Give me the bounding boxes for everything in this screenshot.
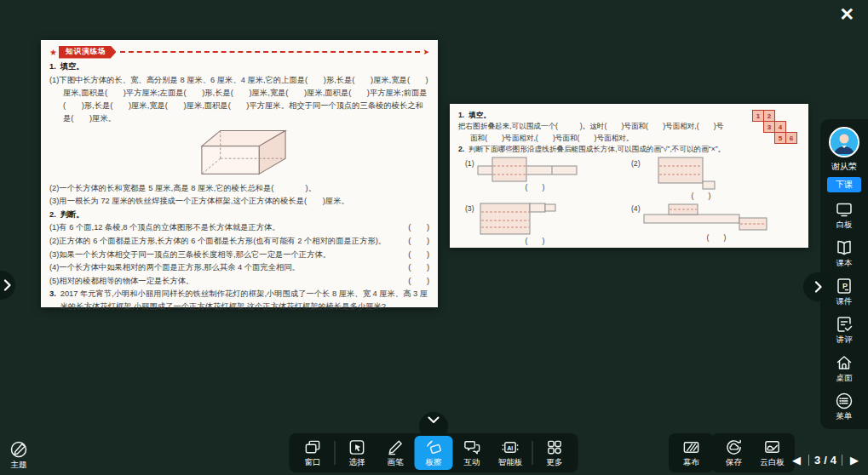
figure-label: (1) xyxy=(465,158,474,169)
face-number: 6 xyxy=(785,132,797,144)
answer-bracket: ( ) xyxy=(408,235,429,248)
banner-dash-line xyxy=(120,51,420,53)
question-text: 2017 年元宵节,小明和小丽用同样长的铁丝制作花灯的框架,小明围成了一个长 8… xyxy=(60,288,429,313)
expand-left-panel-handle[interactable] xyxy=(0,271,15,300)
pen-icon xyxy=(387,438,405,456)
question-number: 1. xyxy=(49,60,56,73)
user-name: 谢从荣 xyxy=(831,161,857,173)
net-figure-icon xyxy=(477,202,571,236)
question-3: 3. 2017 年元宵节,小明和小丽用同样长的铁丝制作花灯的框架,小明围成了一个… xyxy=(49,288,429,313)
tool-select[interactable]: 选择 xyxy=(338,436,377,470)
judge-text: (1)有 6 个面,12 条棱,8 个顶点的立体图形不是长方体就是正方体。 xyxy=(49,221,408,234)
end-class-button[interactable]: 下课 xyxy=(827,177,861,192)
tool-window[interactable]: 窗口 xyxy=(294,436,332,470)
cloud-whiteboard-icon xyxy=(763,438,781,456)
worksheet-left-panel[interactable]: ★ 知识演练场 ➤ 1. 填空。 (1)下图中长方体的长、宽、高分别是 8 厘米… xyxy=(41,40,438,307)
more-icon xyxy=(546,438,564,456)
sidebar-item-desktop[interactable]: 桌面 xyxy=(835,353,854,384)
bottom-toolbar: 窗口 选择 画笔 板擦 互动 AI 智能板 xyxy=(290,433,578,472)
worksheet-right-content: 1. 填空。 把右图折叠起来,可以围成一个( )。这时( )号面和( )号面相对… xyxy=(458,110,800,248)
net-figure-icon xyxy=(643,157,737,191)
avatar[interactable] xyxy=(829,127,859,157)
figure-label: (3) xyxy=(465,203,474,215)
desktop-icon xyxy=(835,353,854,372)
collapse-sidebar-handle[interactable] xyxy=(803,272,832,301)
sidebar-item-label: 桌面 xyxy=(836,373,853,384)
prev-page-button[interactable]: ◀ xyxy=(788,454,805,466)
fold-figures-grid: (1) ( ) (2) xyxy=(465,157,800,248)
figure-label: (4) xyxy=(631,203,641,215)
current-page: 3 xyxy=(813,454,822,466)
sidebar-item-label: 菜单 xyxy=(836,411,853,422)
question-title: 填空。 xyxy=(60,60,84,73)
tool-smartboard[interactable]: AI 智能板 xyxy=(491,436,530,470)
question-1-1: (1)下图中长方体的长、宽、高分别是 8 厘米、6 厘米、4 厘米,它的上面是(… xyxy=(49,74,429,125)
sidebar-item-label: 白板 xyxy=(836,220,853,231)
right-sidebar: 谢从荣 下课 白板 课本 P 课件 讲评 xyxy=(820,119,868,429)
question-title: 填空。 xyxy=(468,110,491,121)
tool-label: 主题 xyxy=(11,460,27,471)
save-cloud-icon xyxy=(725,438,743,456)
banner-title: 知识演练场 xyxy=(59,46,117,59)
sidebar-item-whiteboard[interactable]: 白板 xyxy=(835,200,854,231)
judge-item: (4)一个长方体中如果相对的两个面是正方形,那么其余 4 个面完全相同。 ( ) xyxy=(49,261,429,274)
next-page-button[interactable]: ▶ xyxy=(846,454,863,466)
tool-eraser[interactable]: 板擦 xyxy=(415,436,453,470)
toolbar-divider xyxy=(532,441,533,465)
tool-label: 更多 xyxy=(547,457,563,468)
question-1-heading: 1. 填空。 xyxy=(458,110,800,121)
question-text: 判断下面哪些图形沿虚线折叠后能围成长方体,可以围成的画“√”,不可以的画“×”。 xyxy=(468,144,725,155)
tool-curtain[interactable]: 幕布 xyxy=(672,436,710,470)
answer-bracket: ( ) xyxy=(650,191,752,202)
judge-text: (4)一个长方体中如果相对的两个面是正方形,那么其余 4 个面完全相同。 xyxy=(49,261,408,274)
tool-cloud-whiteboard[interactable]: 云白板 xyxy=(753,436,791,470)
answer-bracket: ( ) xyxy=(665,232,767,243)
sidebar-item-label: 讲评 xyxy=(836,335,853,346)
smartboard-ai-icon: AI xyxy=(502,438,520,456)
select-icon xyxy=(348,438,366,456)
question-title: 判断。 xyxy=(60,209,84,221)
sidebar-item-menu[interactable]: 菜单 xyxy=(835,392,854,422)
fold-figure-4: (4) ( ) xyxy=(631,202,797,247)
worksheet-right-panel[interactable]: 1 2 3 4 5 6 1. 填空。 把右图折叠起来,可以围成一个( )。这时(… xyxy=(450,104,808,248)
chevron-right-icon xyxy=(814,281,822,293)
face-number: 1 xyxy=(752,110,764,122)
face-number: 4 xyxy=(774,121,786,133)
answer-bracket: ( ) xyxy=(408,261,429,274)
face-number: 5 xyxy=(774,132,786,144)
pager-divider xyxy=(808,455,809,466)
tool-label: 幕布 xyxy=(683,457,699,468)
tool-more[interactable]: 更多 xyxy=(536,436,574,470)
interact-icon xyxy=(463,438,481,456)
window-icon xyxy=(304,438,322,456)
tool-label: 窗口 xyxy=(305,457,321,468)
curtain-toolbox: 幕布 xyxy=(669,433,714,472)
tool-interact[interactable]: 互动 xyxy=(453,436,491,470)
chevron-down-icon xyxy=(428,416,440,424)
page-separator: / xyxy=(822,454,829,466)
fold-figure-1: (1) ( ) xyxy=(465,157,631,202)
numbered-faces-figure: 1 2 3 4 5 6 xyxy=(752,110,800,146)
menu-icon xyxy=(835,392,854,410)
judge-item: (1)有 6 个面,12 条棱,8 个顶点的立体图形不是长方体就是正方体。 ( … xyxy=(49,221,429,234)
close-button[interactable]: ✕ xyxy=(839,5,854,23)
tool-label: 智能板 xyxy=(498,457,523,468)
answer-bracket: ( ) xyxy=(408,275,429,288)
whiteboard-icon xyxy=(835,200,854,219)
fold-figure-3: (3) ( ) xyxy=(465,202,631,247)
question-2-heading: 2. 判断下面哪些图形沿虚线折叠后能围成长方体,可以围成的画“√”,不可以的画“… xyxy=(458,144,800,155)
judge-item: (2)正方体的 6 个面都是正方形,长方体的 6 个面都是长方形(也有可能有 2… xyxy=(49,235,429,248)
face-number: 3 xyxy=(763,121,775,133)
figure-label: (2) xyxy=(631,158,641,169)
theme-palette-icon xyxy=(9,439,29,460)
theme-button[interactable]: 主题 xyxy=(9,439,29,471)
tool-save[interactable]: 保存 xyxy=(715,436,753,470)
question-number: 2. xyxy=(49,209,56,221)
pager-divider xyxy=(842,455,842,466)
sidebar-item-textbook[interactable]: 课本 xyxy=(835,238,854,269)
sidebar-item-label: 课本 xyxy=(836,258,853,269)
tool-pen[interactable]: 画笔 xyxy=(377,436,415,470)
sidebar-item-courseware[interactable]: P 课件 xyxy=(835,277,854,307)
sidebar-item-review[interactable]: 讲评 xyxy=(835,315,854,346)
face-number: 2 xyxy=(763,110,775,122)
